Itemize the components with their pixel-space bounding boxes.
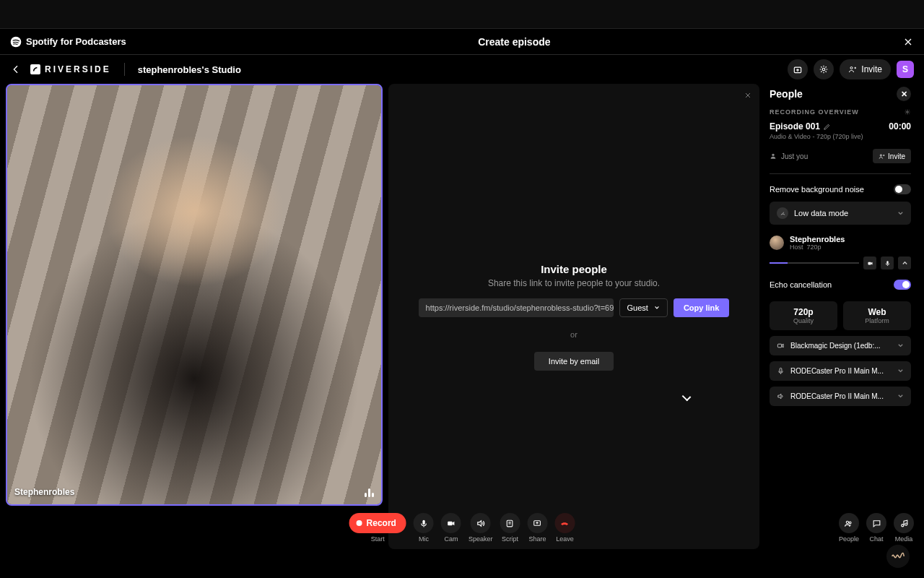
chevron-down-icon: [897, 368, 904, 374]
participant-count: Just you: [781, 152, 808, 160]
camera-device-label: Blackmagic Design (1edb:...: [790, 342, 881, 350]
svg-rect-9: [777, 344, 782, 348]
gear-icon[interactable]: [904, 108, 911, 116]
remove-noise-label: Remove background noise: [770, 185, 864, 194]
macos-menubar-spacer: [0, 0, 924, 29]
volume-slider[interactable]: [770, 262, 859, 264]
svg-rect-8: [886, 261, 888, 264]
brand-text: Spotify for Podcasters: [26, 36, 126, 47]
speaker-icon: [777, 392, 785, 400]
chat-label: Chat: [869, 535, 883, 543]
share-label: Share: [528, 535, 546, 543]
invite-subtitle: Share this link to invite people to your…: [488, 278, 660, 288]
edit-icon[interactable]: [823, 123, 831, 131]
echo-cancellation-label: Echo cancellation: [770, 280, 832, 289]
settings-icon-button[interactable]: [814, 59, 834, 79]
page-title: Create episode: [126, 36, 902, 48]
svg-point-6: [880, 154, 881, 155]
spotify-for-podcasters-logo: Spotify for Podcasters: [10, 36, 126, 48]
record-button[interactable]: Record: [349, 513, 406, 533]
media-button[interactable]: [894, 513, 914, 533]
speaker-label: Speaker: [468, 535, 493, 543]
close-icon[interactable]: ✕: [897, 87, 911, 101]
video-preview: [7, 85, 381, 504]
waveform-widget-icon[interactable]: [886, 545, 910, 568]
overview-label: RECORDING OVERVIEW: [770, 108, 859, 116]
episode-name: Episode 001: [770, 121, 820, 131]
camera-device-select[interactable]: Blackmagic Design (1edb:...: [770, 336, 911, 355]
svg-point-15: [847, 521, 849, 523]
mic-button[interactable]: [414, 513, 434, 533]
collapse-icon[interactable]: [898, 256, 911, 269]
leave-button[interactable]: [554, 513, 575, 533]
invite-chip-button[interactable]: Invite: [873, 149, 911, 163]
chevron-down-icon: [654, 305, 660, 311]
share-button[interactable]: [527, 513, 547, 533]
chevron-down-icon: [897, 210, 904, 217]
speaker-device-select[interactable]: RODECaster Pro II Main M...: [770, 387, 911, 406]
media-label: Media: [895, 535, 913, 543]
mic-icon: [777, 367, 785, 375]
user-avatar[interactable]: S: [897, 61, 914, 78]
close-icon[interactable]: [902, 36, 914, 48]
studio-subheader: RIVERSIDE stephenrobles's Studio Invite …: [0, 55, 924, 84]
invite-button[interactable]: Invite: [840, 59, 891, 79]
svg-rect-10: [780, 368, 782, 372]
or-divider: or: [570, 330, 578, 339]
svg-rect-7: [868, 262, 871, 264]
invite-panel: Invite people Share this link to invite …: [388, 84, 759, 549]
remove-noise-toggle[interactable]: [894, 184, 911, 194]
upload-icon-button[interactable]: [788, 59, 808, 79]
local-video-tile[interactable]: Stephenrobles: [6, 84, 383, 506]
invite-url-field[interactable]: https://riverside.fm/studio/stephenroble…: [419, 298, 614, 317]
script-button[interactable]: [500, 513, 520, 533]
participant-role: Host: [790, 243, 803, 251]
people-sidebar: People ✕ RECORDING OVERVIEW Episode 001 …: [765, 84, 918, 549]
app-header: Spotify for Podcasters Create episode: [0, 29, 924, 55]
mic-device-label: RODECaster Pro II Main M...: [790, 367, 884, 375]
copy-link-button[interactable]: Copy link: [674, 298, 730, 317]
divider: [124, 63, 125, 76]
mic-toggle-icon[interactable]: [881, 256, 894, 269]
recording-meta: Audio & Video - 720p (720p live): [770, 133, 911, 140]
low-data-label: Low data mode: [794, 209, 848, 217]
close-icon[interactable]: [744, 91, 752, 100]
low-data-mode-expander[interactable]: Low data mode: [770, 202, 911, 225]
gauge-icon: [780, 210, 786, 217]
chat-button[interactable]: [866, 513, 886, 533]
cam-button[interactable]: [441, 513, 461, 533]
camera-icon: [777, 342, 785, 350]
platform-label: Platform: [849, 317, 905, 324]
cam-label: Cam: [444, 535, 458, 543]
quality-label: Quality: [775, 317, 832, 324]
svg-rect-11: [422, 519, 424, 525]
svg-rect-12: [448, 521, 453, 525]
volume-row: [770, 256, 911, 269]
audio-level-icon: [365, 488, 374, 497]
riverside-logo: RIVERSIDE: [30, 64, 111, 74]
invite-chip-label: Invite: [888, 152, 905, 160]
svg-point-16: [850, 522, 852, 524]
participant-row: Stephenrobles Host 720p: [770, 235, 911, 251]
add-person-icon: [879, 153, 885, 160]
platform-value: Web: [849, 307, 905, 317]
invite-label: Invite: [861, 64, 882, 74]
speaker-device-label: RODECaster Pro II Main M...: [790, 392, 884, 400]
back-icon[interactable]: [10, 64, 22, 75]
role-select[interactable]: Guest: [619, 298, 668, 317]
mic-label: Mic: [419, 535, 429, 543]
participant-quality: 720p: [807, 243, 821, 251]
separator: [770, 173, 911, 174]
echo-cancellation-toggle[interactable]: [894, 280, 911, 290]
record-dot-icon: [357, 520, 362, 526]
invite-by-email-button[interactable]: Invite by email: [534, 352, 614, 371]
camera-toggle-icon[interactable]: [863, 256, 876, 269]
participant-name-tag: Stephenrobles: [14, 487, 74, 497]
mic-device-select[interactable]: RODECaster Pro II Main M...: [770, 361, 911, 381]
recording-time: 00:00: [889, 121, 911, 131]
speaker-button[interactable]: [471, 513, 491, 533]
people-button[interactable]: [839, 513, 859, 533]
people-tab-label: People: [839, 535, 859, 543]
platform-stat: Web Platform: [843, 301, 911, 330]
leave-label: Leave: [556, 535, 574, 543]
